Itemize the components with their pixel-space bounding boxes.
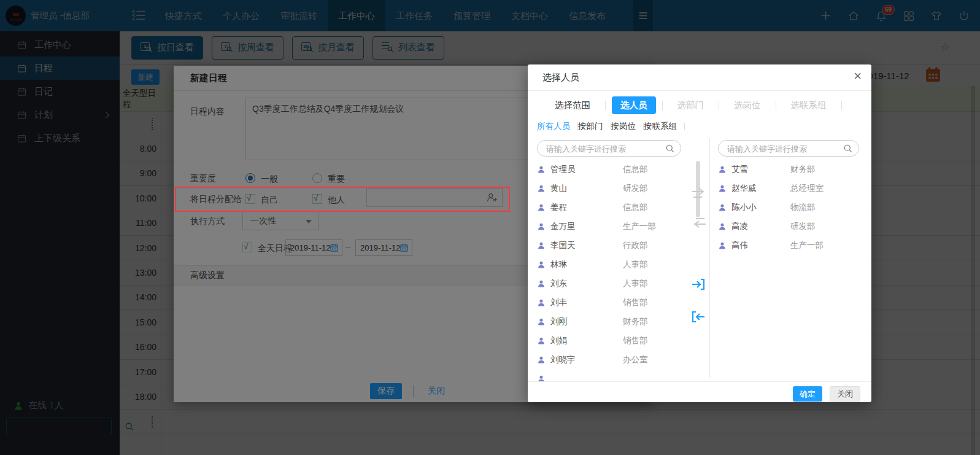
person-name: 姜程 bbox=[550, 202, 567, 213]
person-icon bbox=[537, 222, 546, 231]
person-list-item[interactable]: 高凌 研发部 bbox=[718, 217, 862, 236]
person-icon bbox=[537, 336, 546, 345]
person-list-item[interactable]: 刘晓宇 办公室 bbox=[537, 350, 681, 369]
person-list-item[interactable]: 刘丰 销售部 bbox=[537, 293, 681, 312]
tab[interactable]: 选岗位 bbox=[725, 96, 770, 114]
person-list-item[interactable]: 高伟 生产一部 bbox=[718, 236, 862, 255]
person-department: 信息部 bbox=[623, 164, 648, 175]
subtab[interactable]: 按部门 bbox=[578, 121, 611, 132]
search-icon[interactable] bbox=[843, 144, 852, 153]
modal-title: 选择人员 bbox=[542, 64, 579, 90]
person-icon bbox=[537, 260, 546, 269]
person-icon bbox=[537, 165, 546, 174]
person-list-item[interactable]: 姜程 信息部 bbox=[537, 198, 681, 217]
person-list-item[interactable]: 陈小小 物流部 bbox=[718, 198, 862, 217]
person-list-item[interactable]: 金万里 生产一部 bbox=[537, 217, 681, 236]
person-name: 刘晓宇 bbox=[550, 354, 576, 365]
person-icon bbox=[537, 184, 546, 193]
person-list-item[interactable]: 刘东 人事部 bbox=[537, 274, 681, 293]
person-department: 人事部 bbox=[623, 278, 648, 289]
person-name: 陈小小 bbox=[731, 202, 757, 213]
person-icon bbox=[537, 203, 546, 212]
person-list-item[interactable] bbox=[537, 369, 681, 381]
person-name: 刘东 bbox=[550, 278, 567, 289]
available-search-input[interactable] bbox=[545, 142, 663, 156]
tab[interactable]: 选人员 bbox=[612, 96, 656, 114]
selected-search bbox=[718, 140, 859, 157]
available-person-list: 管理员 信息部 黄山 研发部 姜程 信息部 bbox=[537, 160, 681, 381]
close-icon[interactable]: × bbox=[854, 69, 862, 83]
person-department: 生产一部 bbox=[623, 221, 656, 232]
person-name: 刘刚 bbox=[550, 316, 567, 327]
person-list-item[interactable]: 艾雪 财务部 bbox=[718, 160, 862, 179]
close-button[interactable]: 关闭 bbox=[830, 386, 860, 402]
person-list-item[interactable]: 刘刚 财务部 bbox=[537, 312, 681, 331]
search-icon[interactable] bbox=[665, 144, 674, 153]
move-all-right-icon[interactable] bbox=[691, 187, 707, 202]
person-list-item[interactable]: 刘娟 销售部 bbox=[537, 331, 681, 350]
person-name: 刘丰 bbox=[550, 297, 567, 308]
person-icon bbox=[537, 241, 546, 250]
footer-divider bbox=[528, 381, 871, 382]
person-icon bbox=[537, 317, 546, 326]
tab[interactable]: 选联系组 bbox=[782, 96, 835, 114]
person-department: 研发部 bbox=[790, 221, 816, 232]
subtab[interactable]: 按联系组 bbox=[644, 121, 684, 132]
person-list-item[interactable]: 李国天 行政部 bbox=[537, 236, 681, 255]
tab-separator bbox=[719, 101, 719, 110]
person-department: 信息部 bbox=[623, 202, 648, 213]
person-list-item[interactable]: 林琳 人事部 bbox=[537, 255, 681, 274]
person-icon bbox=[718, 222, 727, 231]
person-icon bbox=[718, 165, 727, 174]
person-department: 销售部 bbox=[623, 335, 648, 346]
person-name: 赵华威 bbox=[731, 183, 757, 194]
panel-divider bbox=[709, 138, 710, 378]
person-icon bbox=[718, 184, 727, 193]
header-divider bbox=[528, 90, 871, 91]
person-name: 金万里 bbox=[550, 221, 576, 232]
selected-search-input[interactable] bbox=[726, 142, 841, 156]
person-department: 人事部 bbox=[623, 259, 648, 270]
person-name: 高凌 bbox=[731, 221, 748, 232]
select-mode-tabs: 选择范围 选人员 选部门 bbox=[546, 96, 848, 114]
person-department: 总经理室 bbox=[790, 183, 824, 194]
person-name: 黄山 bbox=[550, 183, 567, 194]
person-name: 林琳 bbox=[550, 259, 567, 270]
confirm-button[interactable]: 确定 bbox=[793, 386, 822, 402]
person-department: 财务部 bbox=[790, 164, 816, 175]
available-search bbox=[537, 140, 681, 157]
red-highlight-annotation bbox=[175, 187, 510, 212]
app-screen: ∞ 华天动力 管理员 -信息部 快捷方式 个人办公 bbox=[0, 0, 980, 455]
person-list-item[interactable]: 管理员 信息部 bbox=[537, 160, 681, 179]
person-list-item[interactable]: 赵华威 总经理室 bbox=[718, 179, 862, 198]
tab-separator bbox=[841, 101, 842, 110]
subtab[interactable]: 按岗位 bbox=[611, 121, 644, 132]
person-department: 行政部 bbox=[623, 240, 648, 251]
person-name: 刘娟 bbox=[550, 335, 567, 346]
person-name: 高伟 bbox=[731, 240, 748, 251]
tab[interactable]: 选部门 bbox=[669, 96, 713, 114]
person-icon bbox=[537, 279, 546, 288]
move-all-left-icon[interactable] bbox=[691, 215, 707, 230]
person-department: 物流部 bbox=[790, 202, 816, 213]
person-icon bbox=[537, 298, 546, 307]
move-selected-left-icon[interactable] bbox=[691, 310, 707, 325]
person-icon bbox=[718, 241, 727, 250]
person-icon bbox=[537, 375, 546, 382]
person-department: 研发部 bbox=[623, 183, 648, 194]
person-department: 办公室 bbox=[623, 354, 648, 365]
person-icon bbox=[537, 356, 546, 364]
tab[interactable]: 选择范围 bbox=[546, 96, 599, 114]
move-selected-right-icon[interactable] bbox=[691, 278, 707, 292]
person-name: 李国天 bbox=[550, 240, 576, 251]
person-icon bbox=[718, 203, 727, 212]
select-person-modal: 选择人员 × 选择范围 选人员 bbox=[528, 64, 871, 402]
filter-subtabs: 所有人员 按部门 按岗位 bbox=[537, 121, 685, 132]
subtab-separator bbox=[684, 123, 685, 130]
subtab[interactable]: 所有人员 bbox=[537, 121, 577, 132]
tab-separator bbox=[776, 101, 776, 110]
person-name: 管理员 bbox=[550, 164, 576, 175]
selected-person-list: 艾雪 财务部 赵华威 总经理室 陈小小 物流部 bbox=[718, 160, 862, 381]
person-list-item[interactable]: 黄山 研发部 bbox=[537, 179, 681, 198]
tab-separator bbox=[605, 101, 606, 110]
